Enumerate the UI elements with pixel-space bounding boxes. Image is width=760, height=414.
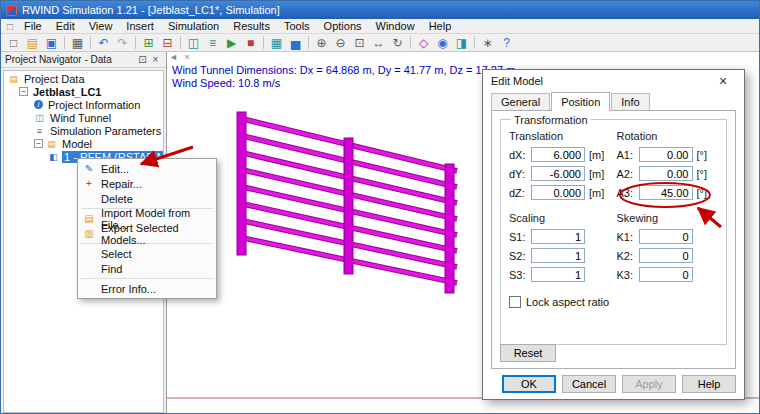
dialog-title-bar[interactable]: Edit Model × [483,70,744,92]
wind-tunnel-icon[interactable]: ◫ [184,35,203,51]
simulation-parameters-icon[interactable]: ≡ [203,35,222,51]
k3-input[interactable] [639,267,693,282]
title-bar: RWIND Simulation 1.21 - [Jetblast_LC1*, … [1,1,760,19]
camera-icon[interactable]: ◉ [433,35,452,51]
menu-insert[interactable]: Insert [119,19,161,34]
zoom-window-icon[interactable]: ⊡ [350,35,369,51]
main-toolbar: □ ▤ ▣ ▦ ↶ ↷ ⊞ ⊟ ◫ ≡ ▶ ■ ▦ ▅ ⊕ ⊖ ⊡ ↔ ↻ ◇ … [1,34,760,52]
results-table-icon[interactable]: ▦ [267,35,286,51]
app-window: RWIND Simulation 1.21 - [Jetblast_LC1*, … [0,0,760,414]
close-icon[interactable]: × [149,54,162,65]
menu-view[interactable]: View [82,19,120,34]
view-isometric-icon[interactable]: ◇ [414,35,433,51]
k3-label: K3: [617,269,639,281]
tab-info[interactable]: Info [611,93,649,111]
dx-input[interactable] [531,147,585,162]
transformation-group: Transformation Translation dX: [m] dY: [… [500,119,727,345]
context-menu-find[interactable]: Find [78,261,216,276]
lock-aspect-label: Lock aspect ratio [526,296,609,308]
a3-input[interactable] [639,185,693,200]
delete-model-icon[interactable]: ⊟ [158,35,177,51]
dz-label: dZ: [509,187,531,199]
parameters-icon: ≡ [34,126,45,136]
reset-button[interactable]: Reset [500,344,556,362]
model-context-menu: ✎ Edit... + Repair... Delete ▤ Import Mo… [77,158,217,299]
context-menu-repair[interactable]: + Repair... [78,176,216,191]
collapse-expander-icon[interactable]: − [19,87,28,96]
tree-item-jetblast-lc1[interactable]: − Jetblast_LC1 [4,85,163,98]
s1-input[interactable] [531,229,585,244]
menu-simulation[interactable]: Simulation [161,19,226,34]
menu-results[interactable]: Results [226,19,277,34]
translation-title: Translation [509,130,611,144]
tab-general[interactable]: General [491,93,550,111]
scaling-title: Scaling [509,212,611,226]
k2-input[interactable] [639,248,693,263]
pan-view-icon[interactable]: ↔ [369,35,388,51]
tree-item-wind-tunnel[interactable]: ◫ Wind Tunnel [4,111,163,124]
pin-icon[interactable]: ⊡ [136,54,149,65]
help-icon[interactable]: ? [497,35,516,51]
ok-button[interactable]: OK [502,375,556,393]
dy-input[interactable] [531,166,585,181]
dz-input[interactable] [531,185,585,200]
tree-item-label: Model [60,138,94,150]
edit-model-dialog: Edit Model × General Position Info Trans… [482,69,745,400]
add-model-icon[interactable]: ⊞ [139,35,158,51]
zoom-in-icon[interactable]: ⊕ [312,35,331,51]
collapse-expander-icon[interactable]: − [34,139,43,148]
dz-unit: [m] [589,187,604,199]
close-icon[interactable]: × [710,70,736,92]
a1-input[interactable] [639,147,693,162]
folder-icon: ▤ [8,74,19,84]
a1-unit: [°] [697,149,708,161]
s2-input[interactable] [531,248,585,263]
menu-edit[interactable]: Edit [49,19,82,34]
tab-position[interactable]: Position [551,92,610,111]
tree-item-project-data[interactable]: ▤ Project Data [4,72,163,85]
tree-item-model[interactable]: − ▤ Model [4,137,163,150]
settings-icon[interactable]: ∗ [478,35,497,51]
menu-file[interactable]: File [17,19,49,34]
menu-window[interactable]: Window [369,19,422,34]
tree-item-label: Jetblast_LC1 [31,86,103,98]
s3-input[interactable] [531,267,585,282]
tree-item-simulation-parameters[interactable]: ≡ Simulation Parameters [4,124,163,137]
chart-icon[interactable]: ▅ [286,35,305,51]
redo-icon[interactable]: ↷ [113,35,132,51]
toolbar-separator [410,36,411,49]
open-folder-icon[interactable]: ▤ [23,35,42,51]
stop-simulation-icon[interactable]: ■ [241,35,260,51]
new-file-icon[interactable]: □ [4,35,23,51]
model-icon: ◧ [48,152,59,162]
start-simulation-icon[interactable]: ▶ [222,35,241,51]
context-menu-delete[interactable]: Delete [78,191,216,206]
cancel-button[interactable]: Cancel [562,375,616,393]
document-icon[interactable]: □ [3,21,17,32]
tree-item-project-information[interactable]: i Project Information [4,98,163,111]
context-menu-label: Delete [101,193,133,205]
context-menu-edit[interactable]: ✎ Edit... [78,161,216,176]
export-icon: ▥ [82,228,96,239]
dx-unit: [m] [589,149,604,161]
undo-icon[interactable]: ↶ [94,35,113,51]
context-menu-export-models[interactable]: ▥ Export Selected Models... [78,226,216,241]
k1-input[interactable] [639,229,693,244]
context-menu-error-info[interactable]: Error Info... [78,281,216,296]
help-button[interactable]: Help [682,375,736,393]
rotate-view-icon[interactable]: ↻ [388,35,407,51]
menu-tools[interactable]: Tools [277,19,317,34]
menu-help[interactable]: Help [422,19,459,34]
menu-options[interactable]: Options [317,19,369,34]
lock-aspect-checkbox[interactable] [509,296,521,308]
print-icon[interactable]: ▦ [68,35,87,51]
toolbar-separator [90,36,91,49]
context-menu-label: Select [101,248,132,260]
apply-button[interactable]: Apply [622,375,676,393]
movie-icon[interactable]: ◨ [452,35,471,51]
save-icon[interactable]: ▣ [42,35,61,51]
context-menu-select[interactable]: Select [78,246,216,261]
a2-input[interactable] [639,166,693,181]
zoom-out-icon[interactable]: ⊖ [331,35,350,51]
toolbar-separator [180,36,181,49]
